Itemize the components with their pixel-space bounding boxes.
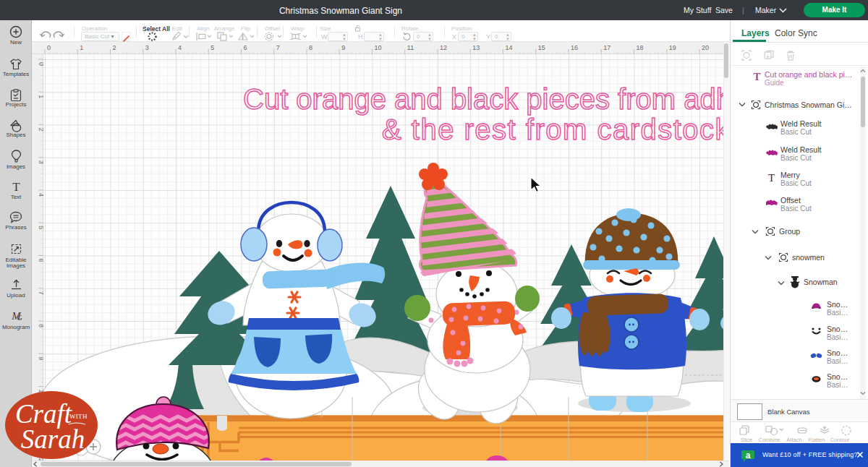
svg-text:9: 9 bbox=[38, 356, 43, 360]
svg-text:13: 13 bbox=[472, 44, 480, 51]
svg-text:3: 3 bbox=[38, 160, 43, 164]
svg-text:WITH: WITH bbox=[69, 413, 88, 420]
svg-text:4: 4 bbox=[178, 44, 182, 51]
svg-text:8: 8 bbox=[38, 324, 43, 327]
svg-text:16: 16 bbox=[571, 44, 578, 51]
svg-text:6: 6 bbox=[244, 44, 247, 51]
svg-text:T: T bbox=[12, 181, 20, 193]
svg-text:6: 6 bbox=[38, 259, 43, 262]
svg-text:12: 12 bbox=[440, 44, 447, 51]
svg-text:5: 5 bbox=[210, 44, 214, 51]
svg-text:11: 11 bbox=[407, 44, 414, 51]
svg-text:18: 18 bbox=[637, 44, 644, 51]
svg-text:Sarah: Sarah bbox=[21, 424, 85, 454]
svg-text:T: T bbox=[768, 172, 775, 183]
svg-text:10: 10 bbox=[375, 44, 382, 51]
svg-text:7: 7 bbox=[38, 291, 43, 295]
svg-text:G: G bbox=[17, 314, 22, 322]
svg-text:2: 2 bbox=[38, 128, 43, 132]
svg-text:17: 17 bbox=[603, 44, 610, 51]
svg-text:15: 15 bbox=[538, 44, 545, 51]
svg-text:0: 0 bbox=[38, 62, 43, 66]
svg-text:T: T bbox=[753, 71, 760, 82]
svg-text:2: 2 bbox=[113, 44, 116, 51]
svg-text:8: 8 bbox=[309, 44, 312, 51]
svg-text:4: 4 bbox=[38, 193, 43, 197]
svg-text:& the rest from cardstock: & the rest from cardstock bbox=[382, 113, 731, 145]
svg-text:0: 0 bbox=[47, 44, 51, 51]
svg-text:9: 9 bbox=[341, 44, 345, 51]
svg-text:1: 1 bbox=[38, 95, 43, 98]
svg-text:3: 3 bbox=[145, 44, 149, 51]
svg-text:Cut orange and black pieces fr: Cut orange and black pieces from adhe bbox=[243, 83, 748, 115]
svg-text:5: 5 bbox=[38, 226, 43, 229]
svg-text:a: a bbox=[746, 450, 751, 460]
svg-text:7: 7 bbox=[276, 44, 280, 51]
svg-text:1: 1 bbox=[80, 44, 83, 51]
svg-text:14: 14 bbox=[506, 44, 513, 51]
svg-text:19: 19 bbox=[669, 44, 676, 51]
svg-text:20: 20 bbox=[702, 44, 709, 51]
